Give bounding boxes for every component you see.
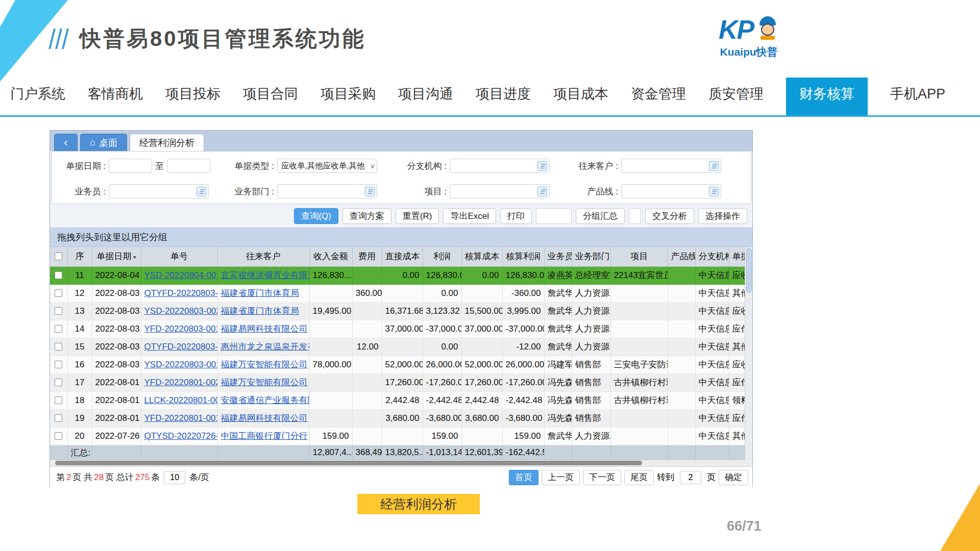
row-checkbox[interactable] xyxy=(55,432,62,440)
select-all-header[interactable] xyxy=(50,247,67,266)
nav-item-5[interactable]: 项目沟通 xyxy=(398,85,453,115)
customer-link[interactable]: 宜宾骏继洪骥置业有限责任公... xyxy=(221,270,310,280)
nav-item-1[interactable]: 客情商机 xyxy=(88,85,143,115)
page-size-input[interactable] xyxy=(164,471,185,484)
row-checkbox[interactable] xyxy=(55,343,62,350)
col-header-7[interactable]: 直接成本 xyxy=(382,247,423,266)
nav-item-8[interactable]: 资金管理 xyxy=(631,85,686,115)
action-button-0[interactable]: 查询(Q) xyxy=(294,208,338,224)
col-header-10[interactable]: 核算利润 xyxy=(502,247,544,266)
doc-type-select[interactable]: 应收单,其他应收单,其他应付单 xyxy=(277,159,377,173)
row-checkbox[interactable] xyxy=(55,361,62,368)
tab-desktop[interactable]: 桌面 xyxy=(80,134,127,151)
customer-link[interactable]: 福建省厦门市体育局 xyxy=(221,288,299,298)
customer-link[interactable]: 福建万安智能有限公司 xyxy=(221,360,308,369)
doc-number-link[interactable]: YSD-20220804-001 xyxy=(144,270,218,280)
lookup-input[interactable] xyxy=(277,184,377,198)
customer-link[interactable]: 福建易网科技有限公司 xyxy=(221,324,308,334)
row-checkbox[interactable] xyxy=(55,271,62,279)
customer-link[interactable]: 福建万安智能有限公司 xyxy=(221,378,308,387)
page-nav-button-3[interactable]: 尾页 xyxy=(624,470,654,485)
list-lookup-icon[interactable] xyxy=(365,187,375,196)
vertical-scrollbar-thumb[interactable] xyxy=(746,248,752,293)
doc-number-link[interactable]: QTYFD-20220803-002 xyxy=(144,288,218,298)
doc-number-link[interactable]: QTYFD-20220803-001 xyxy=(144,342,218,352)
row-checkbox[interactable] xyxy=(55,414,62,422)
nav-item-10[interactable]: 财务核算 xyxy=(786,78,868,115)
list-lookup-icon[interactable] xyxy=(197,187,206,196)
action-button-3[interactable]: 导出Excel xyxy=(443,208,496,224)
col-header-13[interactable]: 项目 xyxy=(610,247,668,266)
vertical-scrollbar[interactable] xyxy=(745,247,752,460)
empty-box-5[interactable] xyxy=(536,208,572,224)
doc-number-link[interactable]: YFD-20220801-002 xyxy=(144,378,218,387)
action-button-6[interactable]: 分组汇总 xyxy=(576,208,625,224)
col-header-2[interactable]: 单据日期 xyxy=(92,247,141,266)
col-header-12[interactable]: 业务部门 xyxy=(572,247,610,266)
row-checkbox[interactable] xyxy=(55,325,62,333)
col-header-11[interactable]: 业务员 xyxy=(544,247,572,266)
select-all-checkbox[interactable] xyxy=(55,253,62,260)
doc-number-link[interactable]: YFD-20220803-001 xyxy=(144,324,218,334)
horizontal-scrollbar-thumb[interactable] xyxy=(55,461,642,465)
col-header-6[interactable]: 费用 xyxy=(352,247,382,266)
customer-link[interactable]: 惠州市龙之泉温泉开发有限公... xyxy=(221,342,310,352)
nav-item-7[interactable]: 项目成本 xyxy=(553,85,608,115)
nav-item-3[interactable]: 项目合同 xyxy=(243,85,298,115)
col-header-5[interactable]: 收入金额 xyxy=(309,247,352,266)
nav-item-11[interactable]: 手机APP xyxy=(890,85,945,115)
action-button-4[interactable]: 打印 xyxy=(500,208,532,224)
col-header-1[interactable]: 序 xyxy=(67,247,92,266)
nav-item-0[interactable]: 门户系统 xyxy=(10,85,65,115)
doc-number-link[interactable]: YSD-20220803-002 xyxy=(144,306,218,316)
nav-item-2[interactable]: 项目投标 xyxy=(165,85,220,115)
page-nav-button-1[interactable]: 上一页 xyxy=(542,470,580,485)
doc-number-link[interactable]: LLCK-20220801-001 xyxy=(144,395,218,405)
back-button[interactable]: ‹ xyxy=(54,134,78,151)
doc-number-link[interactable]: YSD-20220803-001 xyxy=(144,360,218,369)
lookup-input[interactable] xyxy=(450,184,550,198)
list-lookup-icon[interactable] xyxy=(709,187,719,196)
row-checkbox[interactable] xyxy=(55,307,62,315)
page-nav-button-0[interactable]: 首页 xyxy=(509,470,538,485)
lookup-input[interactable] xyxy=(621,159,721,173)
action-button-9[interactable]: 选择操作 xyxy=(698,208,747,224)
action-button-8[interactable]: 交叉分析 xyxy=(645,208,694,224)
action-button-2[interactable]: 重置(R) xyxy=(396,208,439,224)
date-to-input[interactable] xyxy=(167,159,210,173)
col-header-3[interactable]: 单号 xyxy=(141,247,217,266)
col-header-9[interactable]: 核算成本 xyxy=(461,247,502,266)
action-button-1[interactable]: 查询方案 xyxy=(342,208,391,224)
nav-item-9[interactable]: 质安管理 xyxy=(708,85,764,115)
horizontal-scrollbar[interactable] xyxy=(50,460,752,466)
row-checkbox[interactable] xyxy=(55,289,62,297)
date-from-input[interactable] xyxy=(109,159,152,173)
confirm-button[interactable]: 确定 xyxy=(719,470,748,485)
lookup-input[interactable] xyxy=(109,184,209,198)
customer-link[interactable]: 福建省厦门市体育局 xyxy=(221,306,299,316)
lookup-input[interactable] xyxy=(621,184,721,198)
doc-number-link[interactable]: YFD-20220801-001 xyxy=(144,413,218,423)
col-header-14[interactable]: 产品线 xyxy=(668,247,695,266)
nav-item-4[interactable]: 项目采购 xyxy=(321,85,376,115)
col-header-8[interactable]: 利润 xyxy=(423,247,461,266)
list-lookup-icon[interactable] xyxy=(537,161,547,171)
doc-number-link[interactable]: QTYSD-20220726-001 xyxy=(144,431,218,441)
list-lookup-icon[interactable] xyxy=(709,161,719,171)
group-drop-zone[interactable]: 拖拽列头到这里以用它分组 xyxy=(50,228,752,247)
cell: 17 xyxy=(67,373,92,391)
lookup-input[interactable] xyxy=(450,159,550,173)
page-nav-button-2[interactable]: 下一页 xyxy=(583,470,621,485)
row-checkbox[interactable] xyxy=(55,379,62,386)
col-header-15[interactable]: 分支机构 xyxy=(695,247,729,266)
empty-box-7[interactable] xyxy=(629,208,641,224)
tab-profit-analysis[interactable]: 经营利润分析 xyxy=(130,134,204,151)
row-checkbox[interactable] xyxy=(55,396,62,404)
col-header-4[interactable]: 往来客户 xyxy=(217,247,309,266)
nav-item-6[interactable]: 项目进度 xyxy=(476,85,531,115)
customer-link[interactable]: 安徽省通信产业服务有限公司 xyxy=(221,395,310,405)
customer-link[interactable]: 福建易网科技有限公司 xyxy=(221,413,308,423)
customer-link[interactable]: 中国工商银行厦门分行 xyxy=(221,431,308,441)
goto-page-input[interactable] xyxy=(680,471,701,484)
list-lookup-icon[interactable] xyxy=(537,187,547,196)
